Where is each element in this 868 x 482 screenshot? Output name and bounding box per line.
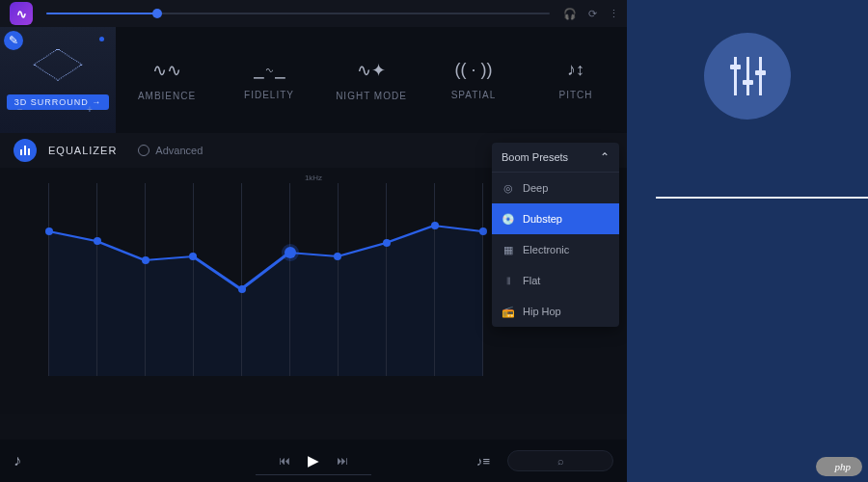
preset-item-electronic[interactable]: ▦Electronic (492, 234, 619, 265)
eq-band-thumb[interactable] (431, 222, 439, 229)
effect-label: AMBIENCE (138, 91, 196, 101)
waves-icon: ∿∿ (152, 60, 181, 81)
preset-label: Flat (523, 275, 540, 286)
cube-icon (33, 48, 82, 80)
side-panel (627, 0, 868, 482)
eq-band-slider[interactable] (482, 183, 483, 376)
effect-3d-surround[interactable]: ✎ − + 3D SURROUND → (0, 27, 116, 133)
effect-spatial[interactable]: (( · )) SPATIAL (422, 27, 525, 133)
player-bar: ♪ ⏮ ▶ ⏭ ♪≡ ⌕ (0, 440, 627, 482)
effect-label: SPATIAL (451, 90, 497, 100)
seek-slider[interactable] (46, 7, 550, 20)
eq-band-thumb[interactable] (334, 253, 341, 260)
chevron-up-icon: ⌃ (600, 150, 610, 164)
eq-band-thumb[interactable] (238, 285, 246, 293)
eq-band-slider[interactable] (289, 183, 290, 376)
preset-icon: 💿 (502, 212, 515, 226)
feather-icon: ✎ (4, 31, 23, 50)
effect-label: PITCH (559, 90, 593, 100)
preset-icon: ▦ (502, 243, 515, 256)
track-progress[interactable] (256, 474, 371, 475)
advanced-toggle[interactable]: Advanced (138, 145, 203, 156)
prev-button[interactable]: ⏮ (279, 454, 290, 468)
headphones-icon[interactable]: 🎧 (563, 8, 577, 20)
preset-label: Dubstep (523, 213, 562, 225)
pitch-icon: ♪↕ (567, 60, 584, 80)
preset-item-flat[interactable]: ⦀Flat (492, 265, 619, 296)
preset-icon: ◎ (502, 181, 515, 195)
eq-band-slider[interactable] (145, 183, 146, 376)
eq-band-thumb[interactable] (142, 256, 149, 264)
eq-band-thumb[interactable] (479, 228, 487, 235)
center-freq-label: 1kHz (305, 174, 322, 182)
eq-band-slider[interactable] (241, 183, 242, 376)
effect-fidelity[interactable]: ⎯∿⎯ FIDELITY (218, 27, 320, 133)
surround-plus[interactable]: + (87, 104, 93, 115)
now-playing-icon[interactable]: ♪ (14, 452, 21, 469)
radio-off-icon (138, 145, 149, 156)
effect-night-mode[interactable]: ∿✦ NIGHT MODE (320, 27, 422, 133)
eq-band-thumb[interactable] (383, 239, 391, 247)
eq-band-slider[interactable] (386, 183, 387, 376)
equalizer-grid (48, 183, 482, 376)
effect-ambience[interactable]: ∿∿ AMBIENCE (116, 27, 218, 133)
preset-icon: ⦀ (502, 274, 515, 287)
watermark: php (816, 457, 863, 476)
preset-label: Hip Hop (523, 306, 561, 317)
advanced-label: Advanced (155, 145, 203, 156)
effect-label: FIDELITY (244, 90, 294, 100)
audio-app: ∿ 🎧 ⟳ ⋮ ✎ − + 3D SURROUND → ∿∿ AMBIENCE … (0, 0, 627, 482)
equalizer-toggle[interactable] (14, 139, 37, 162)
eq-band-thumb[interactable] (94, 237, 101, 245)
equalizer-icon (20, 146, 30, 155)
eq-band-slider[interactable] (48, 183, 49, 376)
presets-panel: Boom Presets ⌃ ◎Deep💿Dubstep▦Electronic⦀… (492, 143, 619, 327)
eq-band-thumb[interactable] (285, 247, 296, 258)
equalizer-app-icon (704, 33, 791, 120)
eq-band-thumb[interactable] (45, 228, 53, 235)
night-wave-icon: ∿✦ (357, 60, 386, 81)
preset-icon: 📻 (502, 305, 515, 318)
more-icon[interactable]: ⋮ (609, 8, 617, 20)
divider-line (656, 197, 868, 199)
eq-band-slider[interactable] (338, 183, 339, 376)
pulse-icon: ⎯∿⎯ (254, 60, 285, 80)
player-controls: ⏮ ▶ ⏭ (279, 452, 348, 469)
presets-header[interactable]: Boom Presets ⌃ (492, 143, 619, 173)
seek-thumb[interactable] (152, 9, 162, 18)
top-bar: ∿ 🎧 ⟳ ⋮ (0, 0, 627, 27)
preset-item-dubstep[interactable]: 💿Dubstep (492, 203, 619, 234)
next-button[interactable]: ⏭ (337, 454, 348, 468)
svg-marker-0 (48, 226, 482, 376)
effect-label: NIGHT MODE (336, 91, 407, 101)
search-button[interactable]: ⌕ (507, 450, 613, 471)
refresh-icon[interactable]: ⟳ (588, 8, 597, 20)
eq-band-slider[interactable] (96, 183, 97, 376)
effects-row: ✎ − + 3D SURROUND → ∿∿ AMBIENCE ⎯∿⎯ FIDE… (0, 27, 627, 133)
play-button[interactable]: ▶ (308, 452, 319, 469)
eq-band-thumb[interactable] (189, 253, 197, 260)
surround-minus[interactable]: − (17, 104, 23, 115)
preset-item-deep[interactable]: ◎Deep (492, 173, 619, 203)
equalizer-title: EQUALIZER (48, 145, 117, 156)
spatial-icon: (( · )) (455, 60, 493, 80)
queue-button[interactable]: ♪≡ (476, 454, 490, 469)
preset-item-hip-hop[interactable]: 📻Hip Hop (492, 296, 619, 327)
preset-label: Electronic (523, 244, 569, 255)
preset-label: Deep (523, 182, 548, 194)
sliders-icon (734, 57, 762, 95)
app-logo[interactable]: ∿ (10, 2, 33, 25)
eq-band-slider[interactable] (434, 183, 435, 376)
search-icon: ⌕ (557, 455, 564, 467)
presets-title: Boom Presets (502, 151, 568, 163)
eq-band-slider[interactable] (193, 183, 194, 376)
active-indicator (99, 37, 104, 41)
effect-pitch[interactable]: ♪↕ PITCH (525, 27, 627, 133)
